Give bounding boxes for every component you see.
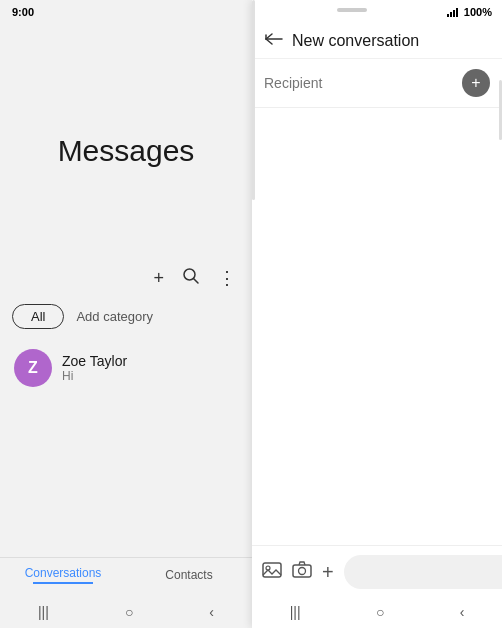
message-input[interactable] — [344, 555, 502, 589]
svg-rect-2 — [447, 14, 449, 17]
status-bar-left: 9:00 — [0, 0, 252, 24]
camera-button[interactable] — [292, 561, 312, 583]
contacts-tab-label: Contacts — [165, 568, 212, 582]
signal-icon — [447, 7, 461, 17]
svg-rect-3 — [450, 12, 452, 17]
recent-apps-icon-right[interactable]: ||| — [290, 604, 301, 620]
conversation-list: Z Zoe Taylor Hi — [0, 335, 252, 558]
recipient-input[interactable] — [264, 75, 454, 91]
recipient-bar: + — [252, 59, 502, 108]
all-category-button[interactable]: All — [12, 304, 64, 329]
time-display: 9:00 — [12, 6, 34, 18]
svg-line-1 — [194, 278, 199, 283]
status-icons: 100% — [447, 6, 492, 18]
add-icon[interactable]: + — [153, 268, 164, 289]
new-conversation-header: New conversation — [252, 24, 502, 59]
add-attachment-button[interactable]: + — [322, 561, 334, 584]
new-conversation-screen: 100% New conversation + — [252, 0, 502, 628]
svg-rect-4 — [453, 10, 455, 17]
svg-rect-5 — [456, 8, 458, 17]
conversations-tab[interactable]: Conversations — [0, 558, 126, 592]
convo-name: Zoe Taylor — [62, 353, 127, 369]
toolbar: + ⋮ — [0, 259, 252, 298]
home-icon[interactable]: ○ — [125, 604, 133, 620]
back-icon-sys[interactable]: ‹ — [209, 604, 214, 620]
bottom-toolbar: + — [252, 545, 502, 598]
messages-screen: 9:00 Messages + ⋮ All Add category Z Z — [0, 0, 252, 628]
title-area: Messages — [0, 24, 252, 259]
back-icon-sys-right[interactable]: ‹ — [460, 604, 465, 620]
home-icon-right[interactable]: ○ — [376, 604, 384, 620]
conversations-tab-label: Conversations — [25, 566, 102, 580]
add-category-label[interactable]: Add category — [76, 309, 153, 324]
active-tab-indicator — [33, 582, 93, 584]
convo-preview: Hi — [62, 369, 127, 383]
bottom-nav: Conversations Contacts — [0, 557, 252, 598]
svg-rect-10 — [293, 565, 311, 577]
message-area — [252, 108, 502, 545]
battery-label: 100% — [464, 6, 492, 18]
new-conversation-title: New conversation — [292, 32, 419, 50]
svg-point-11 — [299, 568, 306, 575]
contacts-tab[interactable]: Contacts — [126, 560, 252, 590]
status-bar-right: 100% — [252, 0, 502, 24]
sys-nav-left: ||| ○ ‹ — [0, 598, 252, 628]
plus-icon: + — [471, 74, 480, 92]
back-button[interactable] — [264, 32, 284, 50]
conversation-item[interactable]: Z Zoe Taylor Hi — [0, 339, 252, 397]
add-recipient-button[interactable]: + — [462, 69, 490, 97]
sys-nav-right: ||| ○ ‹ — [252, 598, 502, 628]
messages-title: Messages — [58, 134, 195, 168]
notch — [337, 8, 367, 12]
image-attach-button[interactable] — [262, 561, 282, 584]
convo-info: Zoe Taylor Hi — [62, 353, 127, 383]
avatar: Z — [14, 349, 52, 387]
recent-apps-icon[interactable]: ||| — [38, 604, 49, 620]
search-icon[interactable] — [182, 267, 200, 290]
more-icon[interactable]: ⋮ — [218, 267, 236, 289]
category-bar: All Add category — [0, 298, 252, 335]
